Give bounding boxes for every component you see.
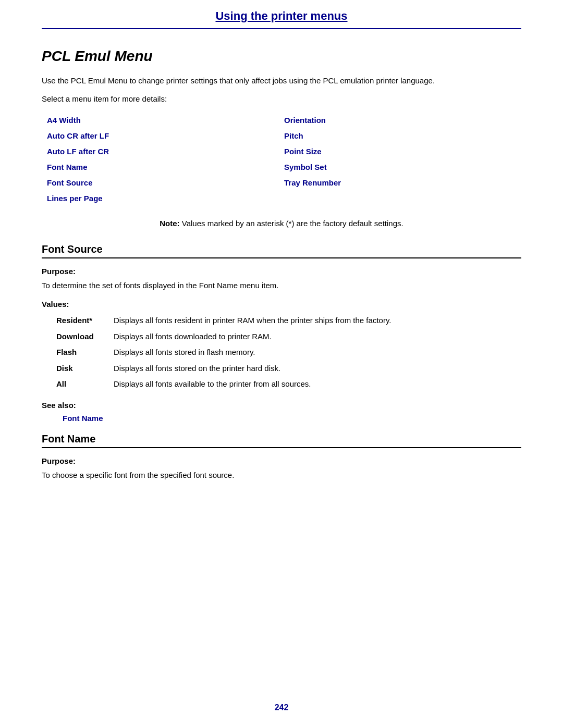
see-also-font-name-link[interactable]: Font Name [63,414,521,423]
value-desc-disk: Displays all fonts stored on the printer… [109,361,532,377]
font-source-values-table: Resident* Displays all fonts resident in… [52,313,532,392]
menu-link-linesperpage[interactable]: Lines per Page [47,191,284,206]
header-title: Using the printer menus [215,9,347,22]
font-source-purpose-text: To determine the set of fonts displayed … [42,280,521,292]
see-also-section: See also: Font Name [42,401,521,423]
value-desc-download: Displays all fonts downloaded to printer… [109,329,532,345]
value-name-all: All [52,376,109,392]
value-name-resident: Resident* [52,313,109,329]
table-row: Disk Displays all fonts stored on the pr… [52,361,532,377]
table-row: All Displays all fonts available to the … [52,376,532,392]
page: Using the printer menus PCL Emul Menu Us… [0,0,563,728]
menu-link-a4width[interactable]: A4 Width [47,113,284,128]
font-source-values-label: Values: [42,300,521,309]
font-name-section: Font Name Purpose: To choose a specific … [42,433,521,482]
menu-links-col2: Orientation Pitch Point Size Symbol Set … [284,113,521,206]
font-name-purpose-text: To choose a specific font from the speci… [42,470,521,482]
font-name-purpose-label: Purpose: [42,456,521,465]
value-desc-flash: Displays all fonts stored in flash memor… [109,344,532,361]
menu-link-trayrenumber[interactable]: Tray Renumber [284,175,521,191]
page-number: 242 [0,703,563,712]
menu-link-autocrafterlf[interactable]: Auto CR after LF [47,128,284,144]
see-also-label: See also: [42,401,521,410]
menu-links-col1: A4 Width Auto CR after LF Auto LF after … [47,113,284,206]
font-source-purpose-label: Purpose: [42,267,521,276]
menu-link-symbolset[interactable]: Symbol Set [284,159,521,175]
value-desc-all: Displays all fonts available to the prin… [109,376,532,392]
table-row: Resident* Displays all fonts resident in… [52,313,532,329]
menu-links-grid: A4 Width Auto CR after LF Auto LF after … [47,113,521,206]
menu-link-pitch[interactable]: Pitch [284,128,521,144]
intro-text: Use the PCL Emul Menu to change printer … [42,75,521,87]
font-source-title: Font Source [42,243,521,258]
page-header: Using the printer menus [42,0,521,29]
menu-link-pointsize[interactable]: Point Size [284,144,521,159]
table-row: Flash Displays all fonts stored in flash… [52,344,532,361]
page-main-title: PCL Emul Menu [42,48,521,65]
note-text: Values marked by an asterisk (*) are the… [182,219,403,228]
menu-link-orientation[interactable]: Orientation [284,113,521,128]
select-prompt: Select a menu item for more details: [42,94,521,103]
font-name-title: Font Name [42,433,521,448]
value-name-disk: Disk [52,361,109,377]
value-name-download: Download [52,329,109,345]
menu-link-autolfaftercr[interactable]: Auto LF after CR [47,144,284,159]
value-desc-resident: Displays all fonts resident in printer R… [109,313,532,329]
menu-link-fontsource[interactable]: Font Source [47,175,284,191]
value-name-flash: Flash [52,344,109,361]
note-label: Note: [160,219,179,228]
font-source-section: Font Source Purpose: To determine the se… [42,243,521,423]
menu-link-fontname[interactable]: Font Name [47,159,284,175]
note-box: Note: Values marked by an asterisk (*) a… [42,219,521,228]
table-row: Download Displays all fonts downloaded t… [52,329,532,345]
